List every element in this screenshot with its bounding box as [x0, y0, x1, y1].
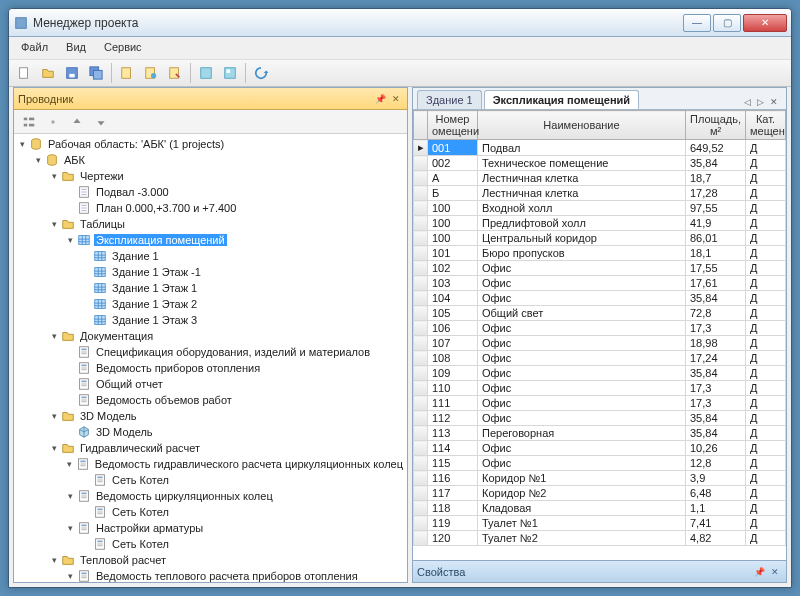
- cell-category[interactable]: Д: [746, 171, 786, 186]
- cell-area[interactable]: 17,3: [686, 381, 746, 396]
- cell-area[interactable]: 1,1: [686, 501, 746, 516]
- close-panel-icon[interactable]: ✕: [768, 565, 782, 579]
- cell-number[interactable]: 112: [428, 411, 478, 426]
- cell-name[interactable]: Предлифтовой холл: [478, 216, 686, 231]
- cell-area[interactable]: 18,7: [686, 171, 746, 186]
- table-row[interactable]: 109Офис35,84Д: [414, 366, 786, 381]
- tree-node[interactable]: Здание 1 Этаж 1: [16, 280, 405, 296]
- cell-number[interactable]: 114: [428, 441, 478, 456]
- table-row[interactable]: 115Офис12,8Д: [414, 456, 786, 471]
- tab-next-icon[interactable]: ▷: [755, 95, 766, 109]
- menu-view[interactable]: Вид: [58, 39, 94, 57]
- cell-number[interactable]: А: [428, 171, 478, 186]
- table-row[interactable]: 108Офис17,24Д: [414, 351, 786, 366]
- cell-name[interactable]: Офис: [478, 291, 686, 306]
- tree-node-label[interactable]: Спецификация оборудования, изделий и мат…: [94, 346, 372, 358]
- cell-area[interactable]: 72,8: [686, 306, 746, 321]
- cell-area[interactable]: 10,26: [686, 441, 746, 456]
- tb-page3-icon[interactable]: [164, 62, 186, 84]
- tree-node[interactable]: План 0.000,+3.700 и +7.400: [16, 200, 405, 216]
- tree-node[interactable]: ▾АБК: [16, 152, 405, 168]
- cell-category[interactable]: Д: [746, 471, 786, 486]
- tree-node[interactable]: ▾Ведомость гидравлического расчета цирку…: [16, 456, 405, 472]
- table-row[interactable]: 114Офис10,26Д: [414, 441, 786, 456]
- expand-toggle-icon[interactable]: ▾: [48, 331, 60, 341]
- cell-category[interactable]: Д: [746, 486, 786, 501]
- maximize-button[interactable]: ▢: [713, 14, 741, 32]
- tree-node-label[interactable]: Общий отчет: [94, 378, 165, 390]
- cell-category[interactable]: Д: [746, 366, 786, 381]
- cell-number[interactable]: 119: [428, 516, 478, 531]
- tree-node[interactable]: ▾Настройки арматуры: [16, 520, 405, 536]
- cell-area[interactable]: 17,24: [686, 351, 746, 366]
- cell-name[interactable]: Коридор №1: [478, 471, 686, 486]
- tab-prev-icon[interactable]: ◁: [742, 95, 753, 109]
- data-grid[interactable]: Номер омещени Наименование Площадь, м² К…: [413, 110, 786, 546]
- tree-node[interactable]: Здание 1 Этаж -1: [16, 264, 405, 280]
- cell-category[interactable]: Д: [746, 516, 786, 531]
- cell-number[interactable]: 002: [428, 156, 478, 171]
- pin-icon[interactable]: 📌: [373, 92, 387, 106]
- tree-node-label[interactable]: 3D Модель: [94, 426, 155, 438]
- menu-file[interactable]: Файл: [13, 39, 56, 57]
- cell-number[interactable]: 100: [428, 201, 478, 216]
- cell-area[interactable]: 649,52: [686, 140, 746, 156]
- cell-area[interactable]: 17,61: [686, 276, 746, 291]
- grid-area[interactable]: Номер омещени Наименование Площадь, м² К…: [413, 110, 786, 560]
- tree-node[interactable]: Сеть Котел: [16, 536, 405, 552]
- table-row[interactable]: 113Переговорная35,84Д: [414, 426, 786, 441]
- tree-node-label[interactable]: Ведомость гидравлического расчета циркул…: [93, 458, 405, 470]
- tree-node-label[interactable]: Ведомость объемов работ: [94, 394, 234, 406]
- table-row[interactable]: 105Общий свет72,8Д: [414, 306, 786, 321]
- table-row[interactable]: 110Офис17,3Д: [414, 381, 786, 396]
- tree-node[interactable]: ▾Ведомость теплового расчета приборов от…: [16, 568, 405, 582]
- cell-number[interactable]: 110: [428, 381, 478, 396]
- cell-number[interactable]: 100: [428, 231, 478, 246]
- col-area[interactable]: Площадь, м²: [686, 111, 746, 140]
- tree-node-label[interactable]: Настройки арматуры: [94, 522, 205, 534]
- cell-category[interactable]: Д: [746, 501, 786, 516]
- cell-number[interactable]: 107: [428, 336, 478, 351]
- cell-area[interactable]: 4,82: [686, 531, 746, 546]
- tree-node[interactable]: Сеть Котел: [16, 504, 405, 520]
- cell-number[interactable]: 102: [428, 261, 478, 276]
- tree-node[interactable]: Ведомость объемов работ: [16, 392, 405, 408]
- cell-area[interactable]: 35,84: [686, 291, 746, 306]
- tree-node-label[interactable]: Чертежи: [78, 170, 126, 182]
- cell-name[interactable]: Офис: [478, 351, 686, 366]
- tree-node[interactable]: Здание 1: [16, 248, 405, 264]
- col-category[interactable]: Кат. мещен: [746, 111, 786, 140]
- tab-building1[interactable]: Здание 1: [417, 90, 482, 109]
- tree-node[interactable]: Спецификация оборудования, изделий и мат…: [16, 344, 405, 360]
- cell-category[interactable]: Д: [746, 441, 786, 456]
- explorer-header[interactable]: Проводник 📌 ✕: [14, 88, 407, 110]
- tree-node[interactable]: 3D Модель: [16, 424, 405, 440]
- tree-node-label[interactable]: АБК: [62, 154, 87, 166]
- tree-node-label[interactable]: Здание 1 Этаж 1: [110, 282, 199, 294]
- tree-node-label[interactable]: Сеть Котел: [110, 506, 171, 518]
- cell-area[interactable]: 7,41: [686, 516, 746, 531]
- expand-toggle-icon[interactable]: ▾: [48, 171, 60, 181]
- cell-category[interactable]: Д: [746, 216, 786, 231]
- table-row[interactable]: 118Кладовая1,1Д: [414, 501, 786, 516]
- tree-node[interactable]: Здание 1 Этаж 3: [16, 312, 405, 328]
- cell-name[interactable]: Офис: [478, 366, 686, 381]
- tb-new-icon[interactable]: [13, 62, 35, 84]
- table-row[interactable]: 117Коридор №26,48Д: [414, 486, 786, 501]
- table-row[interactable]: 107Офис18,98Д: [414, 336, 786, 351]
- cell-category[interactable]: Д: [746, 306, 786, 321]
- titlebar[interactable]: Менеджер проекта — ▢ ✕: [9, 9, 791, 37]
- tb-tool1-icon[interactable]: [195, 62, 217, 84]
- tree-node-label[interactable]: Ведомость приборов отопления: [94, 362, 262, 374]
- cell-category[interactable]: Д: [746, 186, 786, 201]
- cell-area[interactable]: 6,48: [686, 486, 746, 501]
- cell-area[interactable]: 35,84: [686, 426, 746, 441]
- cell-area[interactable]: 97,55: [686, 201, 746, 216]
- expand-toggle-icon[interactable]: ▾: [32, 155, 44, 165]
- table-row[interactable]: 101Бюро пропусков18,1Д: [414, 246, 786, 261]
- cell-name[interactable]: Кладовая: [478, 501, 686, 516]
- cell-number[interactable]: 117: [428, 486, 478, 501]
- cell-area[interactable]: 41,9: [686, 216, 746, 231]
- cell-number[interactable]: 101: [428, 246, 478, 261]
- cell-name[interactable]: Офис: [478, 411, 686, 426]
